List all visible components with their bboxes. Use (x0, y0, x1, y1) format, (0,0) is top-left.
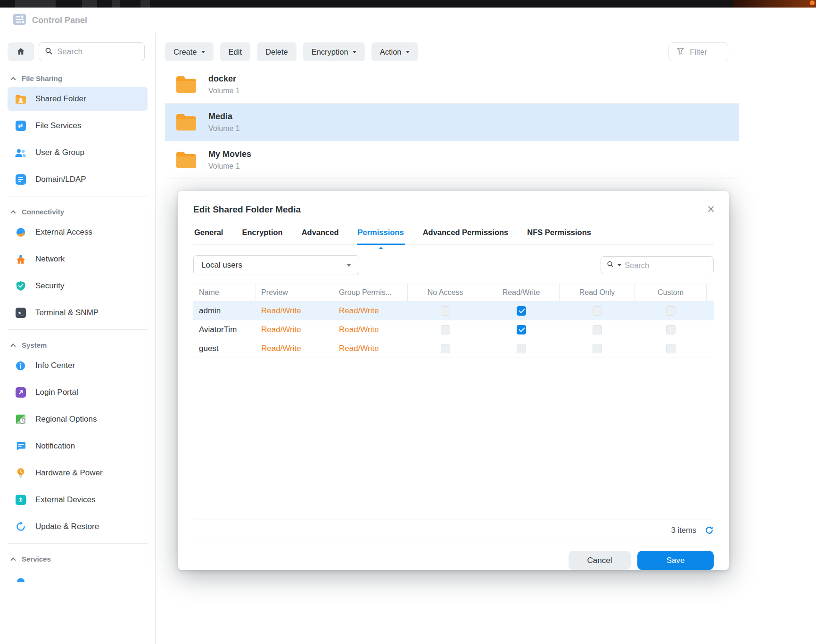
custom-checkbox[interactable] (666, 344, 676, 353)
column-header[interactable]: Name (193, 284, 256, 301)
sidebar-item-network[interactable]: Network (8, 247, 148, 271)
preview-link[interactable]: Read/Write (256, 325, 333, 334)
external-access-icon (14, 227, 27, 237)
read-only-checkbox[interactable] (593, 344, 602, 353)
sidebar-item-security[interactable]: Security (8, 274, 148, 298)
group-permission-link[interactable]: Read/Write (333, 325, 408, 334)
sidebar-item-partial[interactable] (8, 568, 148, 591)
notification-dot (810, 0, 815, 5)
tab-encryption[interactable]: Encryption (241, 224, 283, 245)
info-icon (14, 361, 27, 371)
external-devices-icon (14, 495, 27, 505)
tab-advanced[interactable]: Advanced (301, 224, 340, 245)
sidebar-search[interactable] (39, 42, 145, 61)
column-header[interactable]: Preview (256, 284, 333, 301)
tab-permissions[interactable]: Permissions (357, 224, 405, 245)
group-permission-link[interactable]: Read/Write (333, 344, 408, 353)
taskbar-highlight (733, 0, 816, 8)
tab-advanced-permissions[interactable]: Advanced Permissions (422, 224, 510, 245)
dialog-tabs: General Encryption Advanced Permissions … (193, 224, 714, 245)
close-icon[interactable]: × (707, 203, 715, 216)
sidebar-item-login-portal[interactable]: Login Portal (8, 381, 148, 404)
update-restore-icon (14, 522, 27, 532)
encryption-button[interactable]: Encryption (303, 42, 365, 61)
user-scope-select[interactable]: Local users (193, 255, 359, 275)
section-file-sharing[interactable]: File Sharing (0, 69, 155, 87)
create-button[interactable]: Create (165, 42, 214, 61)
column-header[interactable]: Custom (635, 284, 707, 301)
save-button[interactable]: Save (637, 551, 714, 570)
dialog-search[interactable] (601, 256, 714, 274)
table-row-admin[interactable]: admin Read/Write Read/Write (193, 302, 714, 320)
column-header[interactable]: Group Permis... (333, 284, 408, 301)
filter-button[interactable]: Filter (668, 42, 728, 61)
sidebar-item-regional-options[interactable]: Regional Options (8, 408, 148, 431)
folder-row-media[interactable]: Media Volume 1 (165, 104, 739, 141)
user-group-icon (14, 148, 27, 157)
folder-row-my-movies[interactable]: My Movies Volume 1 (165, 141, 739, 179)
sidebar-item-update-restore[interactable]: Update & Restore (8, 515, 148, 538)
sidebar-item-notification[interactable]: Notification (8, 434, 148, 458)
folder-name: docker (208, 74, 240, 84)
dialog-title: Edit Shared Folder Media (193, 204, 301, 215)
custom-checkbox[interactable] (666, 325, 676, 334)
sidebar-item-file-services[interactable]: ⇄ File Services (8, 114, 148, 138)
tab-general[interactable]: General (193, 224, 224, 245)
section-connectivity[interactable]: Connectivity (0, 202, 155, 220)
section-system[interactable]: System (0, 335, 155, 354)
sidebar-item-external-devices[interactable]: External Devices (8, 488, 148, 512)
permissions-table-header: Name Preview Group Permis... No Access R… (193, 284, 714, 302)
preview-link[interactable]: Read/Write (256, 306, 333, 316)
lightbulb-icon (14, 468, 27, 478)
sidebar-search-input[interactable] (57, 47, 139, 57)
delete-button[interactable]: Delete (257, 42, 297, 61)
divider (8, 196, 148, 196)
dialog-search-input[interactable] (625, 261, 708, 270)
sidebar-item-external-access[interactable]: External Access (8, 220, 148, 244)
read-write-checkbox[interactable] (517, 325, 526, 334)
user-name: admin (193, 306, 256, 316)
preview-link[interactable]: Read/Write (256, 344, 333, 353)
filter-icon (676, 47, 684, 57)
sidebar-item-terminal-snmp[interactable]: >_ Terminal & SNMP (8, 301, 148, 325)
folder-icon (175, 75, 197, 95)
read-only-checkbox[interactable] (593, 306, 602, 316)
read-write-checkbox[interactable] (517, 344, 526, 353)
sidebar-item-hardware-power[interactable]: Hardware & Power (8, 461, 148, 485)
custom-checkbox[interactable] (666, 306, 676, 316)
tab-nfs-permissions[interactable]: NFS Permissions (526, 224, 592, 245)
desktop-taskbar (0, 0, 816, 8)
folder-volume: Volume 1 (208, 162, 251, 171)
cancel-button[interactable]: Cancel (569, 551, 631, 570)
group-permission-link[interactable]: Read/Write (333, 306, 408, 316)
column-header[interactable]: Read/Write (483, 284, 560, 301)
column-header-filler (707, 284, 718, 301)
read-write-checkbox[interactable] (517, 306, 526, 316)
no-access-checkbox[interactable] (441, 325, 450, 334)
action-button[interactable]: Action (371, 42, 418, 61)
control-panel-icon (13, 14, 26, 27)
home-button[interactable] (8, 42, 34, 61)
shared-folder-list: docker Volume 1 Media Volume 1 My Movies… (165, 66, 739, 179)
read-only-checkbox[interactable] (593, 325, 602, 334)
sidebar-item-domain-ldap[interactable]: Domain/LDAP (8, 168, 148, 191)
terminal-icon: >_ (14, 308, 27, 318)
column-header[interactable]: No Access (408, 284, 483, 301)
permissions-table: Name Preview Group Permis... No Access R… (193, 284, 714, 358)
table-row-aviatortim[interactable]: AviatorTim Read/Write Read/Write (193, 320, 714, 339)
divider (8, 543, 148, 544)
edit-button[interactable]: Edit (220, 42, 250, 61)
sidebar-item-shared-folder[interactable]: Shared Folder (8, 87, 148, 111)
sidebar: File Sharing Shared Folder ⇄ File Servic… (0, 33, 156, 644)
no-access-checkbox[interactable] (441, 306, 450, 316)
sidebar-item-user-group[interactable]: User & Group (8, 141, 148, 164)
table-row-guest[interactable]: guest Read/Write Read/Write (193, 339, 714, 358)
no-access-checkbox[interactable] (441, 344, 450, 353)
folder-row-docker[interactable]: docker Volume 1 (165, 66, 739, 104)
domain-ldap-icon (14, 174, 27, 185)
chevron-up-icon (10, 343, 16, 349)
column-header[interactable]: Read Only (560, 284, 635, 301)
refresh-icon[interactable] (705, 526, 714, 535)
sidebar-item-info-center[interactable]: Info Center (8, 354, 148, 377)
section-services[interactable]: Services (0, 549, 155, 568)
